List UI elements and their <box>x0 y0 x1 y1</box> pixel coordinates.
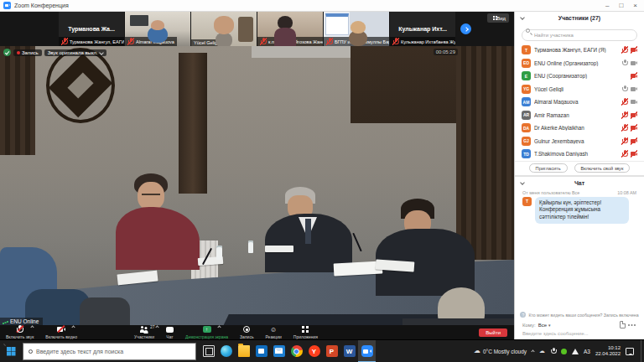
taskbar-app-mail[interactable] <box>270 340 288 362</box>
security-shield-icon[interactable] <box>3 49 11 56</box>
taskbar-app-file-explorer[interactable] <box>235 340 252 362</box>
taskbar-tray: ☁ 0°C Mostly cloudy ☁ A3 10:12 22.04.202… <box>474 345 637 357</box>
maximize-button[interactable]: □ <box>619 0 623 11</box>
participant-name: Amir Ramazan <box>534 112 618 118</box>
active-speaker-label: ENU Online <box>0 318 43 325</box>
camera-off-icon <box>631 137 637 145</box>
video-tile-label: к.п.н.доц.Шайгозова Жанерке На... <box>257 37 323 46</box>
participant-row[interactable]: GJGulnur Jexembayeva <box>515 135 644 148</box>
unmute-self-button[interactable]: Включить свой звук <box>574 163 631 173</box>
video-tile[interactable]: Yücel Geligli <box>191 12 257 46</box>
participant-row[interactable]: AMAlmaral Magauova <box>515 96 644 109</box>
participant-row[interactable]: EENU (Соорганизатор) <box>515 70 644 83</box>
video-tile[interactable]: к.п.н.доц.Шайгозова Жанерке На... <box>257 12 323 46</box>
network-icon[interactable] <box>572 349 579 354</box>
mic-muted-icon <box>621 111 628 119</box>
participant-row[interactable]: ТТурманова Жангул, ЕАГИ (Я) <box>515 44 644 57</box>
taskbar-app-task-view[interactable] <box>200 340 217 362</box>
toolbar-share[interactable]: ↑Демонстрация экрана <box>179 325 234 339</box>
view-button[interactable]: Вид <box>487 13 509 23</box>
window-title: Zoom Конференция <box>14 3 69 8</box>
participant-status-icons <box>621 46 637 54</box>
tray-mic-icon[interactable] <box>550 348 556 355</box>
next-videos-button[interactable] <box>460 23 471 34</box>
language-indicator[interactable]: A3 <box>584 349 590 354</box>
chat-message-input[interactable] <box>515 330 644 339</box>
taskbar-app-chrome[interactable] <box>288 340 305 362</box>
participant-avatar: GJ <box>522 137 531 146</box>
participant-search <box>522 25 637 41</box>
collapse-chevron-icon[interactable] <box>520 180 525 185</box>
wall-pillar <box>179 53 207 194</box>
file-attach-icon[interactable] <box>620 321 626 328</box>
taskbar-app-yandex[interactable]: Y <box>305 340 323 362</box>
show-desktop-button[interactable] <box>641 340 644 362</box>
video-tile[interactable]: Almaral Magauova <box>125 12 190 46</box>
taskbar-search[interactable]: Введите здесь текст для поиска <box>23 343 196 360</box>
weather-widget[interactable]: ☁ 0°C Mostly cloudy <box>474 347 527 355</box>
chevron-down-icon <box>99 50 104 55</box>
chat-compose-header: Кому: Все ▾ <box>515 319 644 330</box>
mic-muted-icon <box>621 150 628 158</box>
participant-status-icons <box>621 124 637 132</box>
participant-row[interactable]: TDT.Shakimova Daniyash <box>515 147 644 161</box>
participant-row[interactable]: DADr Akerke Abylaikhan <box>515 122 644 135</box>
participants-count-badge: 27 <box>150 324 155 329</box>
woman-bottom-right-torso <box>402 318 514 325</box>
participant-avatar: AM <box>522 97 531 106</box>
action-center-icon[interactable] <box>626 348 634 355</box>
grid-view-icon <box>491 16 495 20</box>
yandex-icon: Y <box>309 345 320 357</box>
toolbar-label: Демонстрация экрана <box>185 334 228 339</box>
search-icon <box>29 349 33 354</box>
video-tile[interactable]: Кульжанар Ихт...Кульжанар Ихтабаева Жу..… <box>390 12 455 46</box>
antivirus-icon[interactable] <box>561 349 567 354</box>
chevron-up-icon <box>155 325 158 328</box>
mic-muted-icon <box>326 38 333 45</box>
toolbar-apps[interactable]: Приложения <box>288 325 324 339</box>
participant-status-icons <box>631 72 637 80</box>
participant-row[interactable]: YGYücel Geligli <box>515 83 644 96</box>
info-icon[interactable]: ? <box>520 312 526 318</box>
participant-row[interactable]: EOENU Online (Организатор) <box>515 57 644 70</box>
chevron-up-icon <box>30 325 34 328</box>
invite-button[interactable]: Пригласить <box>529 163 568 173</box>
more-options-icon[interactable] <box>628 323 636 326</box>
taskbar-app-store[interactable] <box>252 340 270 362</box>
leave-button[interactable]: Выйти <box>479 328 507 337</box>
minimize-button[interactable]: – <box>605 0 609 11</box>
paper <box>265 246 293 252</box>
participants-title: Участники (27) <box>558 15 600 21</box>
toolbar-chat[interactable]: Чат <box>160 325 179 339</box>
participant-avatar: EO <box>522 59 531 68</box>
onedrive-icon[interactable]: ☁ <box>539 347 545 355</box>
woman-red-torso <box>116 207 200 270</box>
video-tile[interactable]: БГПУ им. М. Акмуллы Бар... <box>324 12 389 46</box>
taskbar-clock[interactable]: 10:12 22.04.2022 <box>595 345 621 357</box>
toolbar-participants[interactable]: 27Участники <box>128 325 160 339</box>
windows-taskbar: Введите здесь текст для поиска YPW ☁ 0°C… <box>0 339 644 362</box>
taskbar-app-edge[interactable] <box>217 340 235 362</box>
to-label: Кому: <box>522 323 536 328</box>
original-sound-button[interactable]: Звук оригинала выкл. <box>44 49 106 56</box>
tray-expand-icon[interactable] <box>531 349 534 353</box>
participants-icon <box>140 326 149 334</box>
toolbar-reactions[interactable]: ☺Реакции <box>260 325 288 339</box>
video-tile-label: Турманова Жангул, ЕАГИ <box>59 37 124 46</box>
taskbar-app-powerpoint[interactable]: P <box>323 340 340 362</box>
video-thumbnail-strip: Турманова Жа...Турманова Жангул, ЕАГИAlm… <box>0 12 514 46</box>
close-button[interactable]: × <box>633 0 637 11</box>
taskbar-app-word[interactable]: W <box>340 340 358 362</box>
video-tile[interactable]: Турманова Жа...Турманова Жангул, ЕАГИ <box>59 12 124 46</box>
participant-name: T.Shakimova Daniyash <box>534 151 618 157</box>
collapse-chevron-icon[interactable] <box>520 15 525 20</box>
taskbar-app-zoom[interactable] <box>358 340 376 362</box>
window-titlebar: Zoom Конференция – □ × <box>0 0 644 12</box>
participant-row[interactable]: ARAmir Ramazan <box>515 109 644 122</box>
toolbar-unmute[interactable]: Включить звук <box>0 325 39 339</box>
toolbar-start-video[interactable]: Включить видео <box>39 325 83 339</box>
participant-status-icons <box>621 137 637 145</box>
recipient-dropdown[interactable]: Все ▾ <box>538 323 551 328</box>
participant-search-input[interactable] <box>522 29 637 41</box>
toolbar-record[interactable]: Запись <box>234 325 259 339</box>
